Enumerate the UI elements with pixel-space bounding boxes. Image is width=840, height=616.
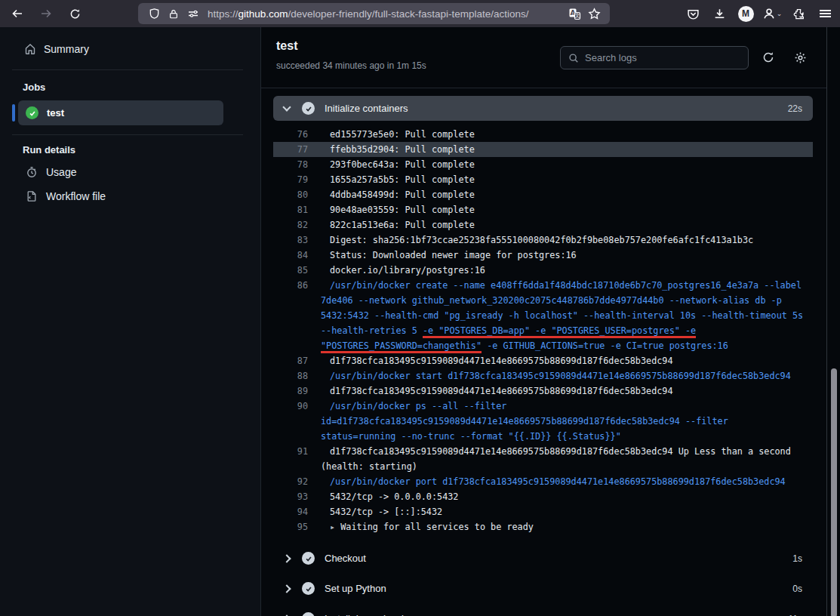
log-line[interactable]: 90/usr/bin/docker ps --all --filter <box>273 399 813 414</box>
log-line[interactable]: 84Status: Downloaded newer image for pos… <box>273 248 813 263</box>
log-text: Status: Downloaded newer image for postg… <box>330 250 577 260</box>
log-line[interactable]: 945432/tcp -> [::]:5432 <box>273 504 813 519</box>
menu-icon[interactable] <box>814 3 835 24</box>
log-line[interactable]: 95▸ Waiting for all services to be ready <box>273 519 813 534</box>
back-icon[interactable] <box>6 2 29 25</box>
log-text: (health: starting) <box>321 461 417 472</box>
log-line[interactable]: 7de406 --network github_network_320200c2… <box>273 293 813 308</box>
line-number: 87 <box>273 353 308 368</box>
log-line[interactable]: "POSTGRES_PASSWORD=changethis" -e GITHUB… <box>273 338 813 353</box>
step-header-checkout[interactable]: Checkout1s <box>273 546 813 571</box>
scrollbar[interactable] <box>831 368 837 616</box>
log-line[interactable]: 8190e48ae03559: Pull complete <box>273 202 813 217</box>
log-line[interactable]: 92/usr/bin/docker port d1f738cfca183495c… <box>273 474 813 489</box>
log-line[interactable]: 76ed155773e5e0: Pull complete <box>273 127 813 142</box>
svg-text:文: 文 <box>574 12 580 18</box>
line-number: 81 <box>273 202 308 217</box>
log-text: Waiting for all services to be ready <box>340 522 534 532</box>
log-text: ffebb35d2904: Pull complete <box>330 144 475 155</box>
sidebar-item-job-test[interactable]: test <box>18 100 223 125</box>
shield-icon[interactable] <box>144 5 164 23</box>
search-icon <box>568 53 579 63</box>
step-header-install-dependencies[interactable]: Install dependencies11s <box>273 606 813 616</box>
log-text: 1655a257a5b5: Pull complete <box>330 174 475 185</box>
container-avatar[interactable]: M <box>735 3 756 24</box>
log-line[interactable]: 86/usr/bin/docker create --name e408ff6d… <box>273 278 813 293</box>
permissions-icon[interactable] <box>183 5 203 23</box>
sidebar-item-workflow-file[interactable]: Workflow file <box>26 190 106 202</box>
job-label: test <box>47 107 64 119</box>
bookmark-star-icon[interactable] <box>584 5 604 23</box>
log-text: Digest: sha256:1bf73ccae25238fa555100080… <box>330 235 753 245</box>
reload-icon[interactable] <box>63 2 86 25</box>
log-line[interactable]: 91d1f738cfca183495c9159089d4471e14e86695… <box>273 444 813 459</box>
log-line[interactable]: 77ffebb35d2904: Pull complete <box>273 142 813 157</box>
search-logs-input[interactable] <box>585 52 740 63</box>
log-line[interactable]: status=running --no-trunc --format "{{.I… <box>273 429 813 444</box>
step-success-icon <box>302 102 315 115</box>
account-icon[interactable]: ⌄ <box>762 3 783 24</box>
log-text: /usr/bin/docker create --name e408ff6dda… <box>330 280 802 291</box>
sidebar-item-label: Workflow file <box>46 190 106 202</box>
log-line[interactable]: 82822c1a513e6a: Pull complete <box>273 217 813 233</box>
log-line[interactable]: 935432/tcp -> 0.0.0.0:5432 <box>273 489 813 504</box>
lock-icon[interactable] <box>164 5 183 23</box>
log-line[interactable]: 791655a257a5b5: Pull complete <box>273 172 813 187</box>
sidebar-item-label: Summary <box>44 43 89 55</box>
step-title: Set up Python <box>325 583 386 594</box>
forward-icon[interactable] <box>35 2 57 25</box>
log-line[interactable]: 89d1f738cfca183495c9159089d4471e14e86695… <box>273 383 813 399</box>
job-title: test <box>276 39 297 53</box>
log-line[interactable]: --health-retries 5 -e "POSTGRES_DB=app" … <box>273 323 813 338</box>
sidebar-item-usage[interactable]: Usage <box>26 166 76 178</box>
line-text: /usr/bin/docker ps --all --filter <box>330 399 506 414</box>
step-header-set-up-python[interactable]: Set up Python0s <box>273 576 813 601</box>
log-line[interactable]: 78293f0bec643a: Pull complete <box>273 157 813 172</box>
divider <box>12 134 243 135</box>
log-text: /usr/bin/docker start d1f738cfca183495c9… <box>330 371 791 381</box>
extension-icon[interactable] <box>788 3 809 24</box>
refresh-logs-icon[interactable] <box>759 48 777 66</box>
log-line[interactable]: (health: starting) <box>273 459 813 474</box>
line-number: 86 <box>273 278 308 293</box>
line-text: 5432:5432 --health-cmd "pg_isready -h lo… <box>321 308 803 323</box>
line-text: 1655a257a5b5: Pull complete <box>330 172 475 187</box>
address-bar[interactable]: https://github.com/developer-friendly/fu… <box>138 3 610 24</box>
log-text: docker.io/library/postgres:16 <box>330 265 485 276</box>
log-text: status=running --no-trunc --format "{{.I… <box>321 431 621 442</box>
search-logs-box[interactable] <box>560 46 749 69</box>
log-text: d1f738cfca183495c9159089d4471e14e8669575… <box>330 446 791 457</box>
log-line[interactable]: 85docker.io/library/postgres:16 <box>273 263 813 278</box>
step-header-initialize-containers[interactable]: Initialize containers 22s <box>273 96 813 121</box>
log-line[interactable]: 804ddba458499d: Pull complete <box>273 187 813 202</box>
job-status-text: succeeded 34 minutes ago in 1m 15s <box>276 60 426 71</box>
log-line[interactable]: 88/usr/bin/docker start d1f738cfca183495… <box>273 368 813 383</box>
line-number: 80 <box>273 187 308 202</box>
panel-right-divider <box>826 27 827 616</box>
home-icon <box>24 43 36 55</box>
log-line[interactable]: id=d1f738cfca183495c9159089d4471e14e8669… <box>273 414 813 429</box>
line-number: 82 <box>273 217 308 233</box>
annotated-log-text: -e "POSTGRES_DB=app" -e "POSTGRES_USER=p… <box>423 325 696 338</box>
log-text: -e GITHUB_ACTIONS=true -e CI=true postgr… <box>482 340 728 351</box>
log-text: 5432/tcp -> 0.0.0.0:5432 <box>330 491 458 502</box>
collapsed-steps: Checkout1sSet up Python0sInstall depende… <box>273 546 813 616</box>
divider <box>12 69 243 70</box>
log-line[interactable]: 87d1f738cfca183495c9159089d4471e14e86695… <box>273 353 813 368</box>
sidebar-item-label: Usage <box>46 166 76 178</box>
line-number: 91 <box>273 444 308 459</box>
selected-job-accent-bar <box>12 104 15 122</box>
line-number: 79 <box>273 172 308 187</box>
translate-icon[interactable]: A文 <box>565 5 584 23</box>
chevron-down-icon: ⌄ <box>777 10 783 17</box>
download-icon[interactable] <box>709 3 730 24</box>
log-line[interactable]: 5432:5432 --health-cmd "pg_isready -h lo… <box>273 308 813 323</box>
pocket-icon[interactable] <box>682 3 703 24</box>
expand-group-icon[interactable]: ▸ <box>330 522 340 532</box>
line-text: d1f738cfca183495c9159089d4471e14e8669575… <box>330 444 791 459</box>
sidebar-item-summary[interactable]: Summary <box>24 43 89 55</box>
step-duration: 1s <box>792 553 802 564</box>
log-line[interactable]: 83Digest: sha256:1bf73ccae25238fa5551000… <box>273 233 813 248</box>
gear-icon[interactable] <box>791 48 809 66</box>
line-number: 84 <box>273 248 308 263</box>
